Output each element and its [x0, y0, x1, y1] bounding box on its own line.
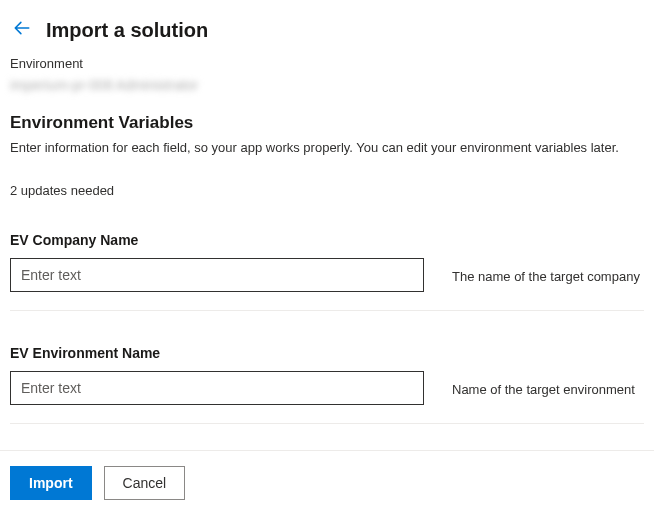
section-description: Enter information for each field, so you…: [10, 139, 644, 157]
environment-name-input[interactable]: [10, 371, 424, 405]
footer-actions: Import Cancel: [0, 450, 654, 515]
environment-block: Environment imperium-pr-008 Administrato…: [0, 50, 654, 93]
updates-needed: 2 updates needed: [10, 183, 644, 198]
company-name-help: The name of the target company: [452, 269, 644, 292]
page-title: Import a solution: [46, 19, 208, 42]
arrow-left-icon: [13, 19, 31, 41]
page-header: Import a solution: [0, 0, 654, 50]
environment-value: imperium-pr-008 Administrator: [10, 77, 644, 93]
environment-name-label: EV Environment Name: [10, 345, 424, 361]
company-name-input[interactable]: [10, 258, 424, 292]
field-row-envname: EV Environment Name Name of the target e…: [10, 345, 644, 424]
cancel-button[interactable]: Cancel: [104, 466, 186, 500]
field-row-company: EV Company Name The name of the target c…: [10, 232, 644, 311]
environment-label: Environment: [10, 56, 644, 71]
company-name-label: EV Company Name: [10, 232, 424, 248]
import-button[interactable]: Import: [10, 466, 92, 500]
back-button[interactable]: [10, 18, 34, 42]
env-variables-section: Environment Variables Enter information …: [0, 93, 654, 424]
section-title: Environment Variables: [10, 113, 644, 133]
environment-name-help: Name of the target environment: [452, 382, 644, 405]
